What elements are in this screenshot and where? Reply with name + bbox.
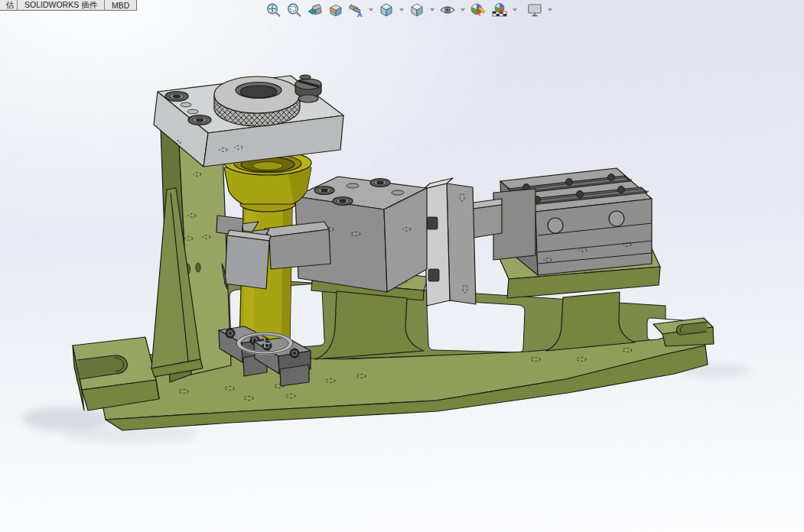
edit-appearance-icon — [470, 2, 487, 18]
hide-show-items-dropdown-caret[interactable] — [461, 8, 465, 11]
cylinder-port — [548, 218, 563, 233]
coupling-flange-plates[interactable] — [424, 178, 476, 306]
slotted-thumb-screw[interactable] — [295, 75, 321, 102]
base-window-center — [427, 300, 525, 352]
heads-up-view-toolbar: A — [263, 1, 555, 19]
zoom-to-fit-icon — [265, 2, 282, 18]
hide-show-items-icon — [439, 2, 456, 18]
section-view-button[interactable] — [327, 2, 344, 19]
command-manager-tab-bar: 估 SOLIDWORKS 插件 MBD — [0, 0, 137, 11]
zoom-to-area-button[interactable] — [285, 2, 303, 19]
cylinder-port — [609, 211, 624, 226]
zoom-to-area-icon — [286, 2, 302, 18]
view-orientation-icon — [378, 2, 395, 18]
view-settings-icon — [526, 2, 543, 18]
previous-view-icon — [307, 2, 323, 18]
tab-mbd[interactable]: MBD — [105, 0, 136, 10]
dynamic-annotation-dropdown-caret[interactable] — [369, 8, 373, 11]
apply-scene-icon — [491, 2, 508, 18]
solidworks-window: 估 SOLIDWORKS 插件 MBD — [0, 0, 804, 532]
view-orientation-dropdown-caret[interactable] — [399, 8, 404, 11]
dynamic-annotation-views-button[interactable]: A — [347, 2, 365, 19]
piston-rod[interactable] — [468, 189, 535, 260]
section-view-icon — [327, 2, 343, 18]
hide-show-items-button[interactable] — [438, 1, 457, 19]
view-orientation-button[interactable] — [377, 1, 395, 19]
display-style-icon — [409, 2, 425, 18]
zoom-to-fit-button[interactable] — [265, 2, 282, 19]
display-style-dropdown-caret[interactable] — [430, 8, 435, 11]
tab-evaluate[interactable]: 估 — [0, 0, 18, 10]
apply-scene-dropdown-caret[interactable] — [513, 8, 517, 11]
clamp-bracket-plate[interactable] — [222, 230, 271, 289]
apply-scene-button[interactable] — [490, 1, 509, 19]
svg-text:A: A — [357, 11, 363, 18]
dynamic-annotation-views-icon: A — [348, 2, 364, 18]
graphics-viewport[interactable] — [0, 0, 804, 532]
previous-view-button[interactable] — [306, 2, 324, 19]
tab-solidworks-add-ins[interactable]: SOLIDWORKS 插件 — [18, 0, 105, 10]
view-settings-dropdown-caret[interactable] — [548, 8, 552, 11]
knurled-hand-knob[interactable] — [214, 76, 300, 126]
edit-appearance-button[interactable] — [469, 1, 487, 19]
view-settings-button[interactable] — [526, 1, 544, 19]
display-style-button[interactable] — [408, 1, 426, 19]
